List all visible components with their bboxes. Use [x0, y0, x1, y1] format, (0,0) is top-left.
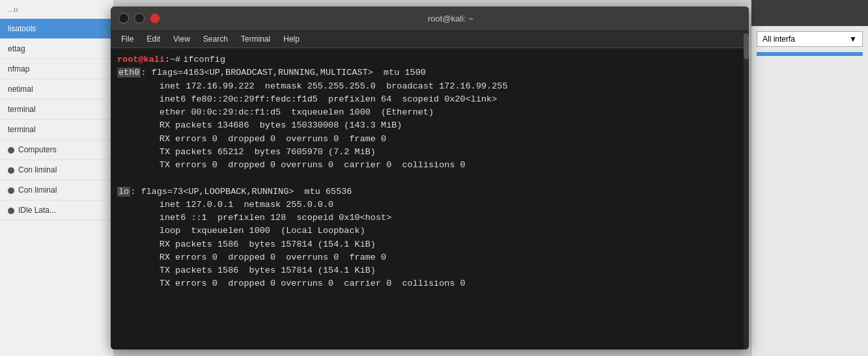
blue-bar: [757, 52, 863, 56]
interface-dropdown[interactable]: All interfa ▼: [757, 31, 863, 47]
terminal-line: RX packets 134686 bytes 150330008 (143.3…: [117, 119, 742, 132]
terminal-line: [117, 172, 742, 185]
sidebar-item-2[interactable]: ettag: [0, 39, 113, 59]
dropdown-label: All interfa: [763, 34, 795, 44]
terminal-window: – ○ ✕ root@kali: ~ File Edit View Search…: [111, 7, 749, 349]
sidebar-item-9[interactable]: Con liminal: [0, 180, 113, 200]
terminal-line: TX errors 0 dropped 0 overruns 0 carrier…: [117, 277, 742, 290]
terminal-output: eth0: flags=4163<UP,BROADCAST,RUNNING,MU…: [117, 66, 742, 290]
window-controls: – ○ ✕: [119, 13, 160, 23]
terminal-line: RX errors 0 dropped 0 overruns 0 frame 0: [117, 133, 742, 146]
menu-bar: File Edit View Search Terminal Help: [111, 30, 749, 48]
menu-help[interactable]: Help: [278, 33, 305, 46]
prompt-path: :~#: [165, 53, 180, 66]
right-panel: All interfa ▼: [751, 0, 868, 356]
title-bar: – ○ ✕ root@kali: ~: [111, 7, 749, 30]
sidebar-item-10[interactable]: IDle Lata...: [0, 200, 113, 221]
sidebar-item-5[interactable]: terminal: [0, 100, 113, 120]
close-button[interactable]: ✕: [150, 13, 160, 23]
minimize-button[interactable]: –: [119, 13, 129, 23]
terminal-line: inet 172.16.99.222 netmask 255.255.255.0…: [117, 80, 742, 93]
sidebar-item-6[interactable]: terminal: [0, 120, 113, 140]
scrollbar-thumb[interactable]: [744, 33, 749, 59]
maximize-button[interactable]: ○: [134, 13, 145, 23]
menu-terminal[interactable]: Terminal: [236, 33, 275, 46]
right-panel-header: [751, 0, 868, 26]
interface-name: eth0: [117, 68, 141, 77]
scrollbar[interactable]: [744, 30, 749, 349]
prompt-command: ifconfig: [183, 53, 225, 66]
window-title: root@kali: ~: [160, 14, 741, 23]
dropdown-arrow: ▼: [849, 34, 857, 44]
terminal-line: RX errors 0 dropped 0 overruns 0 frame 0: [117, 251, 742, 264]
sidebar-item-8[interactable]: Con liminal: [0, 160, 113, 180]
sidebar-item-0[interactable]: ...u: [0, 0, 113, 19]
terminal-line: TX packets 65212 bytes 7605970 (7.2 MiB): [117, 146, 742, 159]
terminal-line: TX errors 0 dropped 0 overruns 0 carrier…: [117, 159, 742, 172]
terminal-line: loop txqueuelen 1000 (Local Loopback): [117, 225, 742, 238]
prompt-user: root@kali: [117, 53, 165, 66]
terminal-line: ether 00:0c:29:dc:f1:d5 txqueuelen 1000 …: [117, 106, 742, 119]
terminal-line: RX packets 1586 bytes 157814 (154.1 KiB): [117, 238, 742, 251]
terminal-line: inet 127.0.0.1 netmask 255.0.0.0: [117, 199, 742, 212]
sidebar-item-7[interactable]: Computers: [0, 140, 113, 160]
terminal-line: inet6 fe80::20c:29ff:fedc:f1d5 prefixlen…: [117, 93, 742, 106]
sidebar: ...u lisatools ettag nfmap netimal termi…: [0, 0, 114, 356]
sidebar-item-3[interactable]: nfmap: [0, 59, 113, 79]
interface-name: lo: [117, 187, 130, 197]
terminal-line: inet6 ::1 prefixlen 128 scopeid 0x10<hos…: [117, 212, 742, 225]
menu-search[interactable]: Search: [198, 33, 233, 46]
terminal-line: TX packets 1586 bytes 157814 (154.1 KiB): [117, 264, 742, 277]
prompt-line: root@kali :~# ifconfig: [117, 53, 742, 66]
sidebar-item-1[interactable]: lisatools: [0, 19, 113, 39]
menu-view[interactable]: View: [168, 33, 195, 46]
menu-edit[interactable]: Edit: [141, 33, 165, 46]
terminal-line: eth0: flags=4163<UP,BROADCAST,RUNNING,MU…: [117, 66, 742, 79]
terminal-body[interactable]: root@kali :~# ifconfig eth0: flags=4163<…: [111, 48, 749, 349]
terminal-line: lo: flags=73<UP,LOOPBACK,RUNNING> mtu 65…: [117, 185, 742, 199]
menu-file[interactable]: File: [116, 33, 139, 46]
sidebar-item-4[interactable]: netimal: [0, 79, 113, 100]
